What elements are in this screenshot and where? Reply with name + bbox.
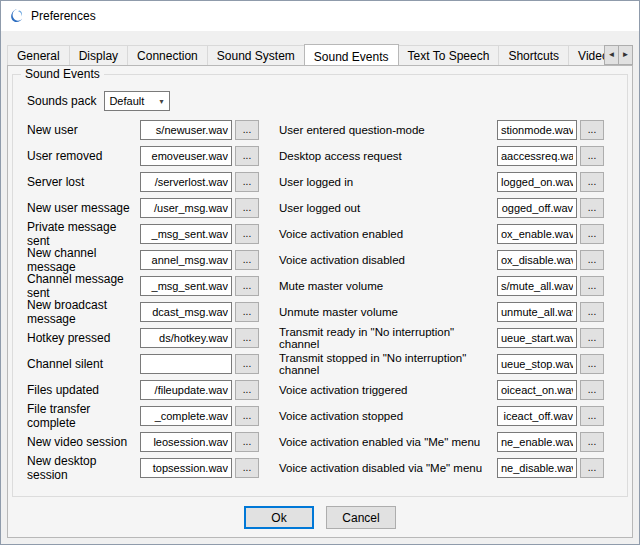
- ok-button[interactable]: Ok: [244, 506, 314, 529]
- sound-event-row: New channel message ...: [27, 247, 279, 273]
- browse-button[interactable]: ...: [235, 354, 259, 374]
- events-column-right: User entered question-mode ... Desktop a…: [279, 117, 621, 481]
- tab-bar: General Display Connection Sound System …: [7, 43, 633, 65]
- sound-event-label: Transmit stopped in "No interruption" ch…: [279, 352, 497, 376]
- browse-button[interactable]: ...: [580, 224, 604, 244]
- browse-button[interactable]: ...: [235, 458, 259, 478]
- browse-button[interactable]: ...: [235, 406, 259, 426]
- sound-event-label: New desktop session: [27, 454, 140, 482]
- tab-shortcuts[interactable]: Shortcuts: [498, 45, 569, 65]
- browse-button[interactable]: ...: [580, 458, 604, 478]
- browse-button[interactable]: ...: [235, 120, 259, 140]
- sound-event-row: User removed ...: [27, 143, 279, 169]
- sound-event-label: New channel message: [27, 246, 140, 274]
- sound-event-row: New video session ...: [27, 429, 279, 455]
- tab-general[interactable]: General: [7, 45, 70, 65]
- sound-file-input[interactable]: [497, 328, 577, 348]
- browse-button[interactable]: ...: [580, 172, 604, 192]
- sound-event-row: Server lost ...: [27, 169, 279, 195]
- groupbox-title: Sound Events: [21, 67, 104, 81]
- sound-file-input[interactable]: [140, 276, 232, 296]
- browse-button[interactable]: ...: [580, 302, 604, 322]
- sounds-pack-select[interactable]: Default ▾: [104, 91, 170, 111]
- sound-event-row: New broadcast message ...: [27, 299, 279, 325]
- sounds-pack-label: Sounds pack: [27, 94, 96, 108]
- sound-event-row: Mute master volume ...: [279, 273, 621, 299]
- browse-button[interactable]: ...: [235, 328, 259, 348]
- sound-file-input[interactable]: [140, 406, 232, 426]
- browse-button[interactable]: ...: [580, 406, 604, 426]
- tab-display[interactable]: Display: [69, 45, 128, 65]
- sound-file-input[interactable]: [497, 406, 577, 426]
- sound-file-input[interactable]: [140, 328, 232, 348]
- browse-button[interactable]: ...: [235, 432, 259, 452]
- browse-button[interactable]: ...: [235, 146, 259, 166]
- browse-button[interactable]: ...: [580, 380, 604, 400]
- sound-file-input[interactable]: [140, 224, 232, 244]
- browse-button[interactable]: ...: [235, 276, 259, 296]
- sound-file-input[interactable]: [497, 146, 577, 166]
- sound-event-label: Files updated: [27, 383, 140, 397]
- browse-button[interactable]: ...: [235, 302, 259, 322]
- sound-file-input[interactable]: [140, 354, 232, 374]
- tab-sound-system[interactable]: Sound System: [207, 45, 305, 65]
- sound-file-input[interactable]: [140, 458, 232, 478]
- sound-file-input[interactable]: [140, 380, 232, 400]
- sound-file-input[interactable]: [497, 354, 577, 374]
- browse-button[interactable]: ...: [235, 172, 259, 192]
- sound-file-input[interactable]: [497, 250, 577, 270]
- sound-event-row: Hotkey pressed ...: [27, 325, 279, 351]
- tab-sound-events[interactable]: Sound Events: [304, 44, 399, 65]
- sound-event-row: Private message sent ...: [27, 221, 279, 247]
- browse-button[interactable]: ...: [580, 432, 604, 452]
- browse-button[interactable]: ...: [580, 146, 604, 166]
- browse-button[interactable]: ...: [580, 250, 604, 270]
- sound-file-input[interactable]: [497, 198, 577, 218]
- sound-file-input[interactable]: [140, 146, 232, 166]
- sound-event-row: Unmute master volume ...: [279, 299, 621, 325]
- sound-file-input[interactable]: [497, 120, 577, 140]
- tab-label: General: [17, 49, 60, 63]
- tab-scroller: ◄ ►: [604, 45, 633, 65]
- tab-strip: General Display Connection Sound System …: [7, 43, 633, 65]
- sound-event-row: Voice activation disabled via "Me" menu …: [279, 455, 621, 481]
- sound-event-label: User logged in: [279, 176, 497, 188]
- sound-file-input[interactable]: [497, 432, 577, 452]
- sound-event-label: Desktop access request: [279, 150, 497, 162]
- sound-file-input[interactable]: [140, 198, 232, 218]
- sound-file-input[interactable]: [140, 250, 232, 270]
- tab-text-to-speech[interactable]: Text To Speech: [398, 45, 500, 65]
- sound-file-input[interactable]: [140, 120, 232, 140]
- browse-button[interactable]: ...: [580, 120, 604, 140]
- sound-file-input[interactable]: [497, 380, 577, 400]
- browse-button[interactable]: ...: [580, 328, 604, 348]
- sound-file-input[interactable]: [140, 172, 232, 192]
- sound-file-input[interactable]: [497, 224, 577, 244]
- sound-file-input[interactable]: [140, 432, 232, 452]
- browse-button[interactable]: ...: [235, 380, 259, 400]
- sound-event-label: User logged out: [279, 202, 497, 214]
- sound-event-label: New user message: [27, 201, 140, 215]
- sound-file-input[interactable]: [140, 302, 232, 322]
- browse-button[interactable]: ...: [235, 250, 259, 270]
- app-icon: [9, 8, 25, 24]
- sound-file-input[interactable]: [497, 302, 577, 322]
- dialog-footer: Ok Cancel: [8, 506, 632, 529]
- tab-scroll-left-icon[interactable]: ◄: [604, 45, 619, 65]
- sound-event-row: Transmit stopped in "No interruption" ch…: [279, 351, 621, 377]
- tab-connection[interactable]: Connection: [127, 45, 208, 65]
- groupbox-content: Sounds pack Default ▾ New user ... User …: [27, 89, 621, 492]
- sound-event-row: Voice activation disabled ...: [279, 247, 621, 273]
- browse-button[interactable]: ...: [235, 198, 259, 218]
- browse-button[interactable]: ...: [235, 224, 259, 244]
- tab-label: Sound System: [217, 49, 295, 63]
- cancel-button[interactable]: Cancel: [326, 506, 396, 529]
- sound-event-label: Private message sent: [27, 220, 140, 248]
- tab-scroll-right-icon[interactable]: ►: [618, 45, 633, 65]
- browse-button[interactable]: ...: [580, 276, 604, 296]
- browse-button[interactable]: ...: [580, 198, 604, 218]
- browse-button[interactable]: ...: [580, 354, 604, 374]
- sound-file-input[interactable]: [497, 172, 577, 192]
- sound-file-input[interactable]: [497, 276, 577, 296]
- sound-file-input[interactable]: [497, 458, 577, 478]
